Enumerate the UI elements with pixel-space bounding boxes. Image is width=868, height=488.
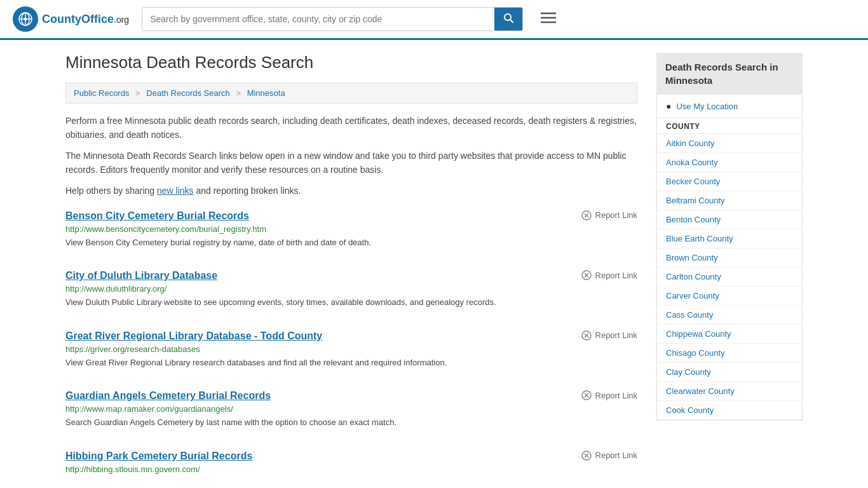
search-input[interactable] (142, 8, 494, 30)
report-link[interactable]: Report Link (581, 270, 637, 280)
desc3-post: and reporting broken links. (194, 186, 301, 196)
record-url: http://hibbing.stlouis.mn.govern.com/ (65, 464, 637, 474)
records-list: Benson City Cemetery Burial Records Repo… (65, 210, 637, 483)
svg-point-5 (24, 18, 27, 21)
description-3: Help others by sharing new links and rep… (65, 184, 637, 198)
list-item: Brown County (657, 248, 802, 268)
list-item: Becker County (657, 172, 802, 191)
record-header: Benson City Cemetery Burial Records Repo… (65, 210, 637, 222)
description-1: Perform a free Minnesota public death re… (65, 114, 637, 142)
record-item: Guardian Angels Cemetery Burial Records … (65, 390, 637, 435)
county-link[interactable]: Cass County (657, 306, 802, 324)
record-item: Hibbing Park Cemetery Burial Records Rep… (65, 451, 637, 483)
county-link[interactable]: Benton County (657, 210, 802, 229)
list-item: Carlton County (657, 268, 802, 287)
menu-button[interactable] (536, 8, 561, 30)
record-url: http://www.duluthlibrary.org/ (65, 284, 637, 294)
report-icon (581, 330, 592, 341)
report-icon (581, 210, 592, 220)
county-link[interactable]: Becker County (657, 172, 802, 191)
list-item: Clay County (657, 363, 802, 382)
record-desc: View Great River Regional Library resear… (65, 356, 637, 369)
county-label: County (657, 118, 802, 134)
county-link[interactable]: Beltrami County (657, 191, 802, 210)
list-item: Cook County (657, 401, 802, 420)
county-link[interactable]: Clay County (657, 363, 802, 381)
list-item: Chippewa County (657, 325, 802, 344)
record-title[interactable]: Hibbing Park Cemetery Burial Records (65, 451, 252, 462)
breadcrumb-public-records[interactable]: Public Records (74, 88, 129, 98)
list-item: Clearwater County (657, 382, 802, 401)
record-item: Benson City Cemetery Burial Records Repo… (65, 210, 637, 255)
record-title[interactable]: City of Duluth Library Database (65, 270, 217, 281)
report-icon (581, 390, 592, 400)
header: CountyOffice.org (0, 0, 868, 40)
record-item: Great River Regional Library Database - … (65, 330, 637, 376)
sidebar-title: Death Records Search in Minnesota (656, 53, 803, 95)
svg-line-7 (510, 20, 513, 22)
record-title[interactable]: Great River Regional Library Database - … (65, 330, 322, 342)
list-item: Chisago County (657, 344, 802, 363)
breadcrumb-separator-2: > (236, 88, 241, 98)
record-url: http://www.map.ramaker.com/guardianangel… (65, 404, 637, 414)
county-list: Aitkin CountyAnoka CountyBecker CountyBe… (657, 134, 802, 420)
county-link[interactable]: Chisago County (657, 344, 802, 362)
county-link[interactable]: Aitkin County (657, 134, 802, 152)
list-item: Anoka County (657, 153, 802, 172)
list-item: Cass County (657, 306, 802, 325)
record-desc: Search Guardian Angels Cemetery by last … (65, 416, 637, 429)
report-link[interactable]: Report Link (581, 390, 637, 400)
record-item: City of Duluth Library Database Report L… (65, 270, 637, 315)
breadcrumb-minnesota[interactable]: Minnesota (247, 88, 285, 98)
record-url: https://griver.org/research-databases (65, 344, 637, 354)
county-link[interactable]: Carlton County (657, 268, 802, 286)
main-container: Minnesota Death Records Search Public Re… (53, 40, 815, 488)
search-icon (503, 13, 513, 23)
record-header: Great River Regional Library Database - … (65, 330, 637, 342)
record-title[interactable]: Guardian Angels Cemetery Burial Records (65, 390, 271, 402)
record-title[interactable]: Benson City Cemetery Burial Records (65, 210, 249, 222)
county-link[interactable]: Cook County (657, 401, 802, 419)
record-header: Hibbing Park Cemetery Burial Records Rep… (65, 451, 637, 462)
record-desc: View Benson City Cemetery burial registr… (65, 236, 637, 249)
record-header: Guardian Angels Cemetery Burial Records … (65, 390, 637, 402)
logo-icon (13, 6, 38, 32)
new-links[interactable]: new links (157, 186, 194, 196)
record-desc: View Duluth Public Library website to se… (65, 296, 637, 309)
breadcrumb: Public Records > Death Records Search > … (65, 83, 637, 104)
county-link[interactable]: Blue Earth County (657, 229, 802, 248)
report-link[interactable]: Report Link (581, 210, 637, 220)
list-item: Benton County (657, 210, 802, 229)
sidebar-section: ● Use My Location County Aitkin CountyAn… (656, 95, 803, 421)
county-link[interactable]: Carver County (657, 287, 802, 305)
county-link[interactable]: Anoka County (657, 153, 802, 172)
list-item: Beltrami County (657, 191, 802, 210)
report-icon (581, 270, 592, 280)
search-bar (142, 7, 523, 31)
page-title: Minnesota Death Records Search (65, 53, 637, 72)
description-2: The Minnesota Death Records Search links… (65, 149, 637, 177)
use-my-location-link[interactable]: Use My Location (676, 102, 738, 111)
report-link[interactable]: Report Link (581, 330, 637, 341)
logo[interactable]: CountyOffice.org (13, 6, 129, 32)
report-link[interactable]: Report Link (581, 451, 637, 461)
breadcrumb-separator-1: > (135, 88, 140, 98)
county-link[interactable]: Clearwater County (657, 382, 802, 400)
content-area: Minnesota Death Records Search Public Re… (65, 53, 637, 488)
record-url: http://www.bensoncitycemetery.com/burial… (65, 224, 637, 234)
list-item: Aitkin County (657, 134, 802, 153)
use-my-location[interactable]: ● Use My Location (657, 95, 802, 118)
sidebar: Death Records Search in Minnesota ● Use … (656, 53, 803, 488)
county-link[interactable]: Chippewa County (657, 325, 802, 343)
search-button[interactable] (494, 8, 522, 30)
record-header: City of Duluth Library Database Report L… (65, 270, 637, 281)
hamburger-icon (541, 12, 556, 24)
list-item: Carver County (657, 287, 802, 306)
breadcrumb-death-records[interactable]: Death Records Search (146, 88, 230, 98)
report-icon (581, 451, 592, 461)
location-icon: ● (666, 101, 671, 111)
list-item: Blue Earth County (657, 229, 802, 248)
county-link[interactable]: Brown County (657, 248, 802, 267)
logo-text: CountyOffice.org (42, 13, 129, 26)
desc3-pre: Help others by sharing (65, 186, 157, 196)
